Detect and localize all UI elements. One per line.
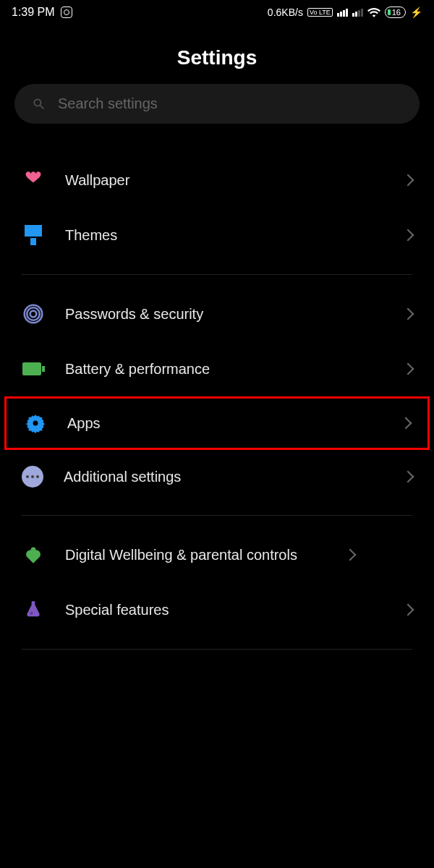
item-label: Digital Wellbeing & parental controls xyxy=(65,547,326,563)
settings-item-battery[interactable]: Battery & performance xyxy=(0,341,434,396)
search-placeholder: Search settings xyxy=(58,95,158,112)
instagram-icon xyxy=(61,7,72,18)
signal-secondary-icon xyxy=(352,9,363,17)
chevron-right-icon xyxy=(402,363,414,375)
signal-icon xyxy=(337,9,348,17)
chevron-right-icon xyxy=(402,471,414,483)
more-icon xyxy=(22,466,43,488)
search-icon xyxy=(32,97,46,111)
item-label: Passwords & security xyxy=(65,306,383,323)
flask-icon xyxy=(22,598,45,621)
flower-icon xyxy=(22,169,45,192)
chevron-right-icon xyxy=(402,229,414,242)
item-label: Battery & performance xyxy=(65,361,383,378)
status-right: 0.6KB/s Vo LTE 16 ⚡ xyxy=(268,7,422,18)
gear-icon xyxy=(24,412,47,435)
svg-point-3 xyxy=(33,421,38,426)
chevron-right-icon xyxy=(402,604,414,616)
item-label: Themes xyxy=(65,227,383,244)
settings-item-special[interactable]: Special features xyxy=(0,582,434,637)
status-left: 1:39 PM xyxy=(12,6,72,19)
svg-point-0 xyxy=(30,311,37,318)
item-label: Apps xyxy=(67,415,381,432)
time: 1:39 PM xyxy=(12,6,55,19)
battery-perf-icon xyxy=(22,357,45,380)
settings-item-apps[interactable]: Apps xyxy=(4,396,430,450)
status-bar: 1:39 PM 0.6KB/s Vo LTE 16 ⚡ xyxy=(0,0,434,25)
chevron-right-icon xyxy=(402,308,414,320)
settings-item-wellbeing[interactable]: Digital Wellbeing & parental controls xyxy=(0,527,434,582)
brush-icon xyxy=(22,224,45,247)
item-label: Special features xyxy=(65,602,383,618)
divider xyxy=(22,515,412,516)
settings-item-security[interactable]: Passwords & security xyxy=(0,286,434,341)
battery-icon: 16 xyxy=(385,7,406,18)
settings-item-wallpaper[interactable]: Wallpaper xyxy=(0,153,434,208)
svg-point-5 xyxy=(30,612,33,615)
battery-percent: 16 xyxy=(392,8,401,17)
chevron-right-icon xyxy=(402,174,414,187)
svg-point-1 xyxy=(27,307,40,320)
settings-item-additional[interactable]: Additional settings xyxy=(0,450,434,503)
divider xyxy=(22,274,412,275)
page-title: Settings xyxy=(0,25,434,84)
divider xyxy=(22,649,412,650)
settings-item-themes[interactable]: Themes xyxy=(0,208,434,263)
fingerprint-icon xyxy=(22,302,45,326)
data-speed: 0.6KB/s xyxy=(268,7,303,18)
volte-badge: Vo LTE xyxy=(307,8,333,17)
item-label: Wallpaper xyxy=(65,172,383,189)
heart-person-icon xyxy=(22,543,45,566)
chevron-right-icon xyxy=(344,549,357,561)
item-label: Additional settings xyxy=(64,469,383,485)
wifi-icon xyxy=(367,7,380,17)
search-input[interactable]: Search settings xyxy=(14,84,420,124)
charging-icon: ⚡ xyxy=(410,7,422,18)
chevron-right-icon xyxy=(400,417,412,430)
